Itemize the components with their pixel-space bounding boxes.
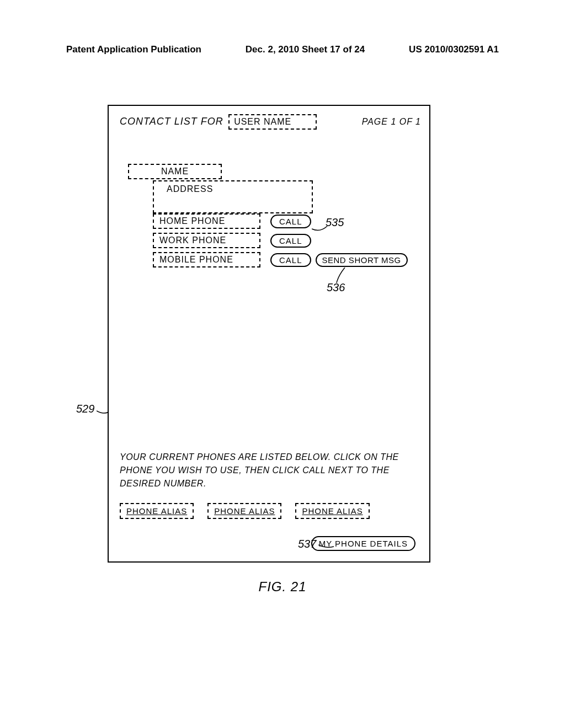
- call-home-button[interactable]: CALL: [270, 215, 311, 228]
- work-phone-field[interactable]: WORK PHONE: [153, 233, 260, 248]
- home-phone-row: HOME PHONE CALL: [153, 213, 311, 229]
- instructions-text: YOUR CURRENT PHONES ARE LISTED BELOW. CL…: [120, 451, 418, 490]
- leader-line-535: [312, 226, 328, 237]
- work-phone-row: WORK PHONE CALL: [153, 233, 311, 248]
- mobile-phone-field[interactable]: MOBILE PHONE: [153, 252, 260, 267]
- leader-line-529: [97, 409, 110, 417]
- title-prefix: CONTACT LIST FOR: [120, 116, 223, 127]
- mobile-phone-row: MOBILE PHONE CALL SEND SHORT MSG: [153, 252, 408, 267]
- header-date-sheet: Dec. 2, 2010 Sheet 17 of 24: [246, 44, 365, 55]
- contact-address-field[interactable]: ADDRESS: [153, 180, 313, 213]
- user-name-field[interactable]: USER NAME: [228, 114, 317, 130]
- page-indicator: PAGE 1 OF 1: [362, 117, 421, 127]
- reference-529: 529: [76, 403, 94, 415]
- reference-535: 535: [326, 216, 344, 229]
- patent-header: Patent Application Publication Dec. 2, 2…: [0, 44, 565, 55]
- phone-alias-row: PHONE ALIAS PHONE ALIAS PHONE ALIAS: [120, 503, 370, 519]
- header-patent-number: US 2010/0302591 A1: [409, 44, 499, 55]
- address-label: ADDRESS: [158, 183, 307, 194]
- home-phone-field[interactable]: HOME PHONE: [153, 213, 260, 229]
- contact-name-field[interactable]: NAME: [128, 164, 222, 179]
- phone-alias-2[interactable]: PHONE ALIAS: [207, 503, 281, 519]
- leader-line-537: [318, 542, 335, 550]
- phone-alias-1[interactable]: PHONE ALIAS: [120, 503, 194, 519]
- title-row: CONTACT LIST FOR USER NAME PAGE 1 OF 1: [120, 114, 421, 130]
- call-work-button[interactable]: CALL: [270, 234, 311, 248]
- header-publication: Patent Application Publication: [66, 44, 201, 55]
- leader-line-536: [334, 267, 348, 284]
- reference-537: 537: [298, 538, 316, 550]
- ui-screen-frame: CONTACT LIST FOR USER NAME PAGE 1 OF 1 N…: [108, 105, 430, 563]
- call-mobile-button[interactable]: CALL: [270, 253, 311, 267]
- title-group: CONTACT LIST FOR USER NAME: [120, 114, 317, 130]
- figure-caption: FIG. 21: [0, 579, 565, 595]
- phone-alias-3[interactable]: PHONE ALIAS: [295, 503, 369, 519]
- send-sms-button[interactable]: SEND SHORT MSG: [316, 253, 408, 267]
